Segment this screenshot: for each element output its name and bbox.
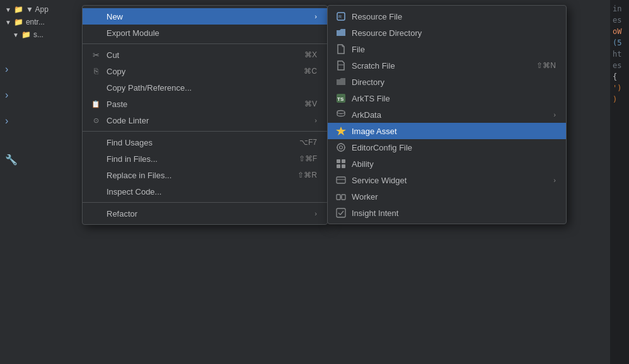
directory-label: Directory	[352, 77, 556, 87]
code-linter-arrow: ›	[314, 117, 317, 124]
menu-item-resource-file[interactable]: R Resource File	[328, 8, 566, 25]
code-line-1: in	[611, 3, 628, 14]
find-usages-label: Find Usages	[107, 138, 284, 147]
insight-intent-label: Insight Intent	[352, 208, 556, 218]
find-usages-shortcut: ⌥F7	[299, 138, 317, 147]
cut-label: Cut	[107, 50, 289, 60]
separator-1	[83, 43, 327, 44]
code-line-6: es	[611, 60, 628, 71]
menu-item-replace-in-files[interactable]: Replace in Files... ⇧⌘R	[83, 167, 327, 183]
menu-item-worker[interactable]: Worker	[328, 188, 566, 205]
menu-item-cut[interactable]: ✂ Cut ⌘X	[83, 47, 327, 63]
directory-icon	[335, 77, 347, 86]
svg-rect-19	[337, 195, 340, 200]
ability-icon	[335, 159, 347, 169]
menu-item-service-widget[interactable]: Service Widget ›	[328, 172, 566, 188]
svg-marker-6	[336, 127, 346, 135]
menu-item-paste[interactable]: 📋 Paste ⌘V	[83, 96, 327, 112]
menu-item-editorconfig-file[interactable]: EditorConfig File	[328, 139, 566, 156]
sidebar-panel: ▼ 📁 ▼ App ▼ 📁 entr... ▼ 📁 s... › › › 🔧	[0, 0, 82, 364]
paste-icon: 📋	[90, 100, 101, 108]
menu-item-new[interactable]: New ›	[83, 8, 327, 25]
arkdata-icon	[335, 110, 347, 120]
menu-item-arkdata[interactable]: ArkData ›	[328, 106, 566, 123]
replace-in-files-shortcut: ⇧⌘R	[297, 171, 317, 179]
menu-item-arkts-file[interactable]: TS ArkTS File	[328, 90, 566, 106]
tree-item-arrow3: ›	[0, 103, 82, 128]
tree-item-arrow4: 🔧	[0, 128, 82, 168]
editorconfig-file-icon	[335, 142, 347, 152]
menu-item-export-module[interactable]: Export Module	[83, 25, 327, 41]
worker-icon	[335, 191, 347, 202]
svg-point-8	[340, 146, 343, 149]
code-line-4: (5	[611, 37, 628, 48]
svg-rect-14	[342, 159, 345, 163]
ide-background: ▼ 📁 ▼ App ▼ 📁 entr... ▼ 📁 s... › › › 🔧	[0, 0, 629, 364]
image-asset-label: Image Asset	[352, 127, 556, 136]
service-widget-arrow: ›	[553, 176, 556, 184]
menu-item-copy[interactable]: ⎘ Copy ⌘C	[83, 63, 327, 79]
scratch-file-shortcut: ⇧⌘N	[536, 61, 556, 70]
svg-rect-17	[337, 177, 345, 183]
tree-item-s: ▼ 📁 s...	[0, 28, 82, 41]
paste-label: Paste	[107, 100, 289, 109]
code-panel: in es oW (5 ht es { ') )	[610, 0, 629, 364]
insight-intent-icon	[335, 208, 347, 218]
menu-item-scratch-file[interactable]: Scratch File ⇧⌘N	[328, 57, 566, 74]
svg-point-5	[337, 111, 345, 114]
code-line-8: ')	[611, 82, 628, 94]
context-menu-main: New › Export Module ✂ Cut ⌘X ⎘ Copy ⌘C C…	[82, 5, 328, 225]
resource-directory-icon	[335, 28, 347, 37]
menu-item-resource-directory[interactable]: Resource Directory	[328, 25, 566, 41]
refactor-arrow: ›	[314, 210, 317, 217]
menu-item-copy-path[interactable]: Copy Path/Reference...	[83, 79, 327, 96]
svg-rect-13	[337, 159, 340, 163]
arkts-file-icon: TS	[335, 93, 347, 103]
menu-item-code-linter[interactable]: ⊙ Code Linter ›	[83, 112, 327, 128]
new-arrow: ›	[314, 13, 317, 20]
separator-3	[83, 202, 327, 203]
menu-item-find-usages[interactable]: Find Usages ⌥F7	[83, 134, 327, 151]
find-in-files-label: Find in Files...	[107, 154, 284, 164]
arkts-file-label: ArkTS File	[352, 94, 556, 103]
menu-item-image-asset[interactable]: Image Asset	[328, 123, 566, 139]
code-line-5: ht	[611, 48, 628, 60]
menu-item-refactor[interactable]: Refactor ›	[83, 205, 327, 222]
cut-icon: ✂	[90, 50, 101, 60]
separator-2	[83, 131, 327, 132]
arkdata-arrow: ›	[553, 111, 556, 118]
paste-shortcut: ⌘V	[304, 100, 317, 108]
image-asset-icon	[335, 126, 347, 136]
copy-icon: ⎘	[90, 67, 101, 76]
svg-point-7	[337, 144, 345, 151]
code-line-9: )	[611, 94, 628, 105]
file-label: File	[352, 45, 556, 54]
arkdata-label: ArkData	[352, 110, 548, 120]
code-line-3: oW	[611, 26, 628, 37]
service-widget-label: Service Widget	[352, 176, 548, 185]
editorconfig-file-label: EditorConfig File	[352, 143, 556, 152]
new-label: New	[107, 12, 309, 21]
cut-shortcut: ⌘X	[304, 50, 317, 59]
file-icon	[335, 44, 347, 54]
resource-file-icon: R	[335, 11, 347, 21]
menu-item-find-in-files[interactable]: Find in Files... ⇧⌘F	[83, 151, 327, 167]
copy-shortcut: ⌘C	[304, 67, 317, 76]
export-label: Export Module	[107, 28, 317, 38]
ability-label: Ability	[352, 159, 556, 169]
service-widget-icon	[335, 175, 347, 185]
tree-item-app: ▼ 📁 ▼ App	[0, 3, 82, 16]
scratch-file-label: Scratch File	[352, 61, 521, 71]
svg-rect-22	[337, 208, 345, 217]
menu-item-insight-intent[interactable]: Insight Intent	[328, 205, 566, 221]
menu-item-directory[interactable]: Directory	[328, 74, 566, 90]
menu-item-ability[interactable]: Ability	[328, 156, 566, 172]
refactor-label: Refactor	[107, 209, 309, 219]
menu-item-file[interactable]: File	[328, 41, 566, 57]
replace-in-files-label: Replace in Files...	[107, 171, 282, 180]
menu-item-inspect-code[interactable]: Inspect Code...	[83, 183, 327, 200]
svg-rect-20	[342, 195, 345, 200]
resource-file-label: Resource File	[352, 12, 556, 21]
svg-rect-15	[337, 164, 340, 168]
scratch-file-icon	[335, 60, 347, 71]
